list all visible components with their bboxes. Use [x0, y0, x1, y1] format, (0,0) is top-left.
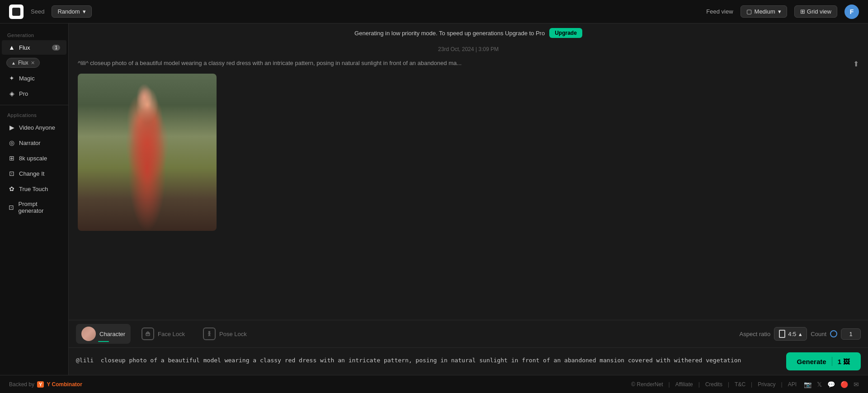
flux-badge: 1: [52, 45, 60, 51]
generation-content: 23rd Oct, 2024 | 3:09 PM ^lili^ closeup …: [69, 42, 868, 320]
flux-label: Flux: [19, 44, 30, 51]
avatar[interactable]: F: [844, 5, 859, 19]
footer-copyright: © RenderNet: [627, 381, 666, 388]
generation-timestamp: 23rd Oct, 2024 | 3:09 PM: [78, 42, 859, 56]
applications-section-label: Applications: [0, 109, 68, 120]
control-row: Character Face Lock: [69, 320, 868, 348]
narrator-icon: ◎: [8, 139, 15, 146]
true-touch-label: True Touch: [19, 186, 48, 192]
character-avatar: [81, 327, 96, 341]
change-it-icon: ⊡: [8, 170, 15, 177]
grid-view-button[interactable]: ⊞ Grid view: [794, 5, 837, 18]
count-circle-icon: [830, 330, 837, 337]
character-tab-label: Character: [99, 331, 125, 337]
aspect-ratio-value: 4:5: [788, 331, 796, 337]
pose-lock-icon: [203, 328, 216, 340]
footer-social-icons: 📷 𝕏 💬 🔴 ✉: [804, 381, 859, 388]
sidebar-item-pro[interactable]: ◈ Pro: [2, 86, 66, 101]
grid-view-label: Grid view: [807, 8, 831, 15]
discord-icon[interactable]: 💬: [827, 381, 835, 388]
magic-icon: ✦: [8, 75, 15, 82]
face-lock-tab[interactable]: Face Lock: [134, 324, 192, 344]
sidebar-item-8k-upscale[interactable]: ⊞ 8k upscale: [2, 151, 66, 165]
pose-lock-tab[interactable]: Pose Lock: [196, 324, 254, 344]
medium-button[interactable]: ▢ Medium ▾: [741, 5, 787, 18]
change-it-label: Change It: [19, 170, 44, 177]
sidebar-item-change-it[interactable]: ⊡ Change It: [2, 166, 66, 181]
generation-section-label: Generation: [0, 29, 68, 40]
prompt-row-display: ^lili^ closeup photo of a beautiful mode…: [78, 56, 859, 74]
twitter-icon[interactable]: 𝕏: [817, 381, 822, 388]
sidebar-item-prompt-generator[interactable]: ⊡ Prompt generator: [2, 197, 66, 218]
yc-logo: Y: [37, 381, 44, 388]
svg-point-2: [209, 332, 210, 333]
email-icon[interactable]: ✉: [854, 381, 859, 388]
chevron-down-icon: ▾: [83, 8, 86, 15]
footer: Backed by Y Y Combinator © RenderNet | A…: [0, 375, 868, 393]
generated-image[interactable]: [78, 74, 217, 231]
footer-sep-3: |: [728, 381, 729, 388]
flux-tag-icon: ▲: [11, 61, 16, 66]
flux-tag-remove-icon[interactable]: ✕: [31, 60, 35, 66]
notification-bar: Generating in low priority mode. To spee…: [69, 23, 868, 42]
reddit-icon[interactable]: 🔴: [840, 381, 848, 388]
count-input[interactable]: [841, 328, 861, 340]
sidebar-item-magic[interactable]: ✦ Magic: [2, 71, 66, 85]
seed-value: Random: [57, 8, 80, 15]
true-touch-icon: ✿: [8, 185, 15, 192]
footer-api-link[interactable]: API: [784, 381, 800, 388]
aspect-ratio-control: Aspect ratio 4:5 ▴: [740, 327, 807, 341]
generate-count-badge: 1 🖼: [838, 358, 850, 365]
generate-count: 1: [838, 358, 841, 365]
grid-icon: ⊞: [800, 8, 805, 15]
instagram-icon[interactable]: 📷: [804, 381, 811, 388]
chevron-up-icon: ▴: [799, 331, 802, 337]
save-icon[interactable]: ⬆: [853, 60, 859, 68]
aspect-ratio-icon: [779, 330, 785, 338]
generation-prompt-display: ^lili^ closeup photo of a beautiful mode…: [78, 60, 848, 66]
chevron-down-icon: ▾: [778, 8, 781, 15]
flux-tag-pill[interactable]: ▲ Flux ✕: [6, 58, 40, 68]
model-image-placeholder: [78, 74, 217, 231]
content-area: Generating in low priority mode. To spee…: [69, 23, 868, 375]
pro-label: Pro: [19, 90, 28, 97]
character-tab[interactable]: Character: [76, 324, 131, 344]
sidebar-item-video-anyone[interactable]: ▶ Video Anyone: [2, 120, 66, 135]
video-icon: ▶: [8, 124, 15, 131]
magic-label: Magic: [19, 75, 35, 82]
face-lock-icon: [142, 328, 154, 340]
sidebar: Generation ▲ Flux 1 ▲ Flux ✕ ✦ Magic ◈ P…: [0, 23, 69, 375]
prompt-icon: ⊡: [8, 204, 15, 211]
seed-button[interactable]: Random ▾: [52, 5, 91, 18]
video-anyone-label: Video Anyone: [19, 124, 55, 131]
generate-button[interactable]: Generate 1 🖼: [786, 352, 861, 370]
footer-tnc-link[interactable]: T&C: [731, 381, 749, 388]
sidebar-item-true-touch[interactable]: ✿ True Touch: [2, 182, 66, 196]
footer-privacy-link[interactable]: Privacy: [754, 381, 779, 388]
aspect-ratio-label: Aspect ratio: [740, 331, 771, 337]
backed-by: Backed by Y Y Combinator: [9, 381, 82, 388]
footer-sep-4: |: [751, 381, 752, 388]
flux-tag-row: ▲ Flux ✕: [0, 55, 68, 70]
notification-message: Generating in low priority mode. To spee…: [354, 30, 545, 37]
pro-icon: ◈: [8, 90, 15, 97]
sidebar-item-flux[interactable]: ▲ Flux 1: [2, 40, 66, 55]
footer-sep-2: |: [698, 381, 700, 388]
feed-view-button[interactable]: Feed view: [706, 8, 733, 15]
generate-btn-divider: [832, 357, 832, 366]
footer-affiliate-link[interactable]: Affiliate: [672, 381, 697, 388]
footer-credits-link[interactable]: Credits: [702, 381, 726, 388]
sidebar-item-narrator[interactable]: ◎ Narrator: [2, 136, 66, 150]
footer-sep-5: |: [781, 381, 783, 388]
upgrade-button[interactable]: Upgrade: [549, 28, 582, 38]
topbar-right: Feed view ▢ Medium ▾ ⊞ Grid view F: [706, 5, 859, 19]
footer-links: © RenderNet | Affiliate | Credits | T&C …: [627, 381, 800, 388]
app-logo: [9, 5, 24, 19]
main-layout: Generation ▲ Flux 1 ▲ Flux ✕ ✦ Magic ◈ P…: [0, 23, 868, 375]
face-lock-label: Face Lock: [158, 331, 185, 337]
pose-lock-label: Pose Lock: [219, 331, 247, 337]
prompt-input[interactable]: [76, 357, 781, 366]
seed-label: Seed: [31, 8, 44, 15]
aspect-ratio-button[interactable]: 4:5 ▴: [774, 327, 807, 341]
upscale-label: 8k upscale: [19, 155, 47, 162]
